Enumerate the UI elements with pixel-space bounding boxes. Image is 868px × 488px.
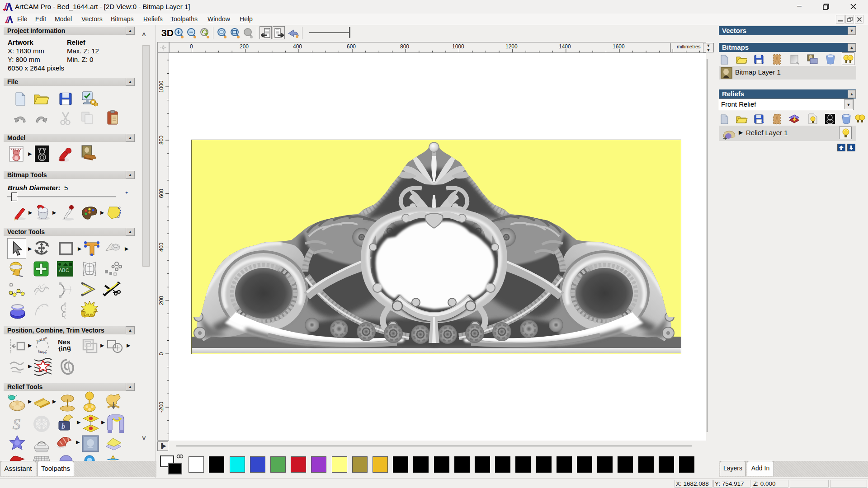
svg-text:b: b (61, 422, 65, 430)
svg-text:0: 0 (190, 43, 193, 50)
svg-text:1400: 1400 (559, 43, 571, 50)
svg-text:400: 400 (293, 43, 302, 50)
svg-text:200: 200 (240, 43, 249, 50)
svg-text:1000: 1000 (452, 43, 464, 50)
svg-text:millimetres: millimetres (677, 44, 701, 49)
svg-text:curve: curve (38, 349, 48, 355)
svg-text:400: 400 (158, 243, 165, 252)
svg-text:600: 600 (347, 43, 356, 50)
svg-text:ABC: ABC (59, 267, 69, 273)
svg-text:1200: 1200 (505, 43, 518, 50)
svg-text:800: 800 (158, 136, 165, 145)
svg-text:ting: ting (58, 343, 71, 353)
svg-text:-200: -200 (158, 402, 165, 413)
svg-text:800: 800 (400, 43, 409, 50)
svg-text:S: S (13, 416, 20, 432)
svg-text:text on: text on (36, 337, 48, 343)
svg-text:1600: 1600 (613, 43, 625, 50)
svg-text:0: 0 (158, 352, 165, 355)
svg-text:200: 200 (158, 296, 165, 305)
svg-text:1000: 1000 (158, 80, 165, 93)
svg-text:600: 600 (158, 189, 165, 198)
